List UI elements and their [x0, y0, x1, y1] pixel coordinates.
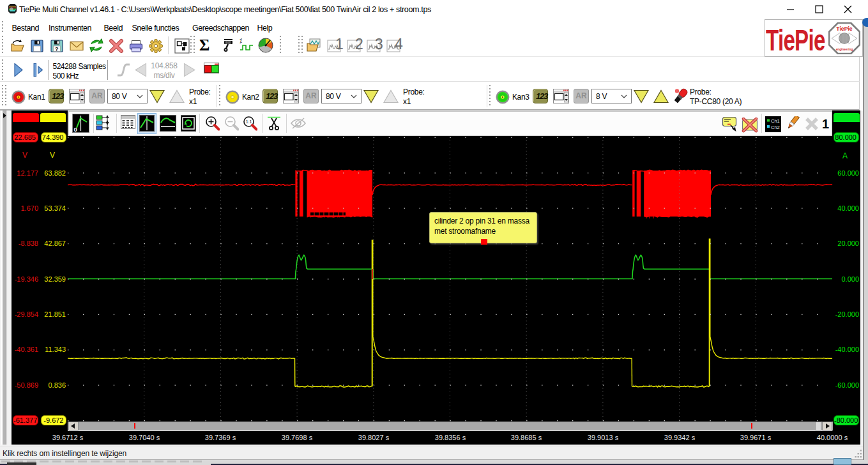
svg-text:0: 0: [74, 126, 77, 133]
svg-text:?: ?: [55, 46, 59, 52]
svg-text:4: 4: [395, 38, 403, 52]
svg-text:Ch1: Ch1: [771, 118, 780, 124]
svg-text:2: 2: [355, 38, 363, 52]
svg-text:engineering: engineering: [836, 48, 853, 51]
svg-text:1: 1: [335, 38, 344, 52]
svg-text:Ch2: Ch2: [771, 125, 780, 130]
svg-text:1:1: 1:1: [246, 119, 252, 124]
svg-text:3: 3: [375, 38, 383, 52]
svg-text:⁒: ⁒: [240, 38, 242, 44]
svg-text:TiePie: TiePie: [836, 26, 853, 32]
